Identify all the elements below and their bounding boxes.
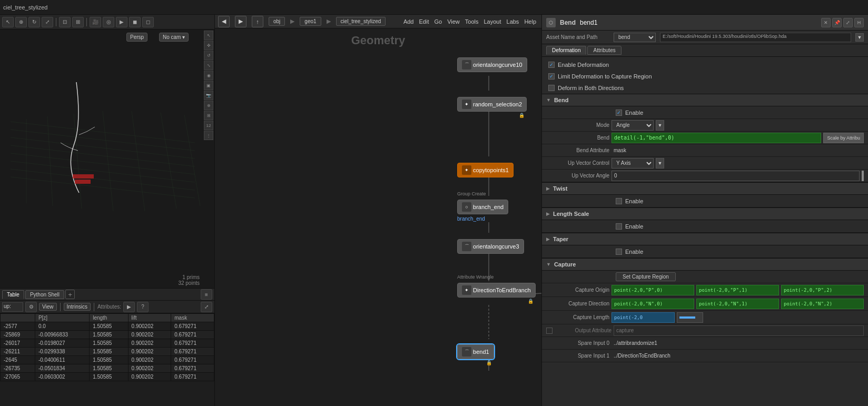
check-enable-deformation[interactable]: [548, 62, 555, 68]
cam-btn[interactable]: 🎥: [90, 17, 101, 27]
node-bend1[interactable]: ⌒ bend1 🔒: [457, 344, 494, 359]
table-filter-btn[interactable]: ⚙: [25, 302, 37, 312]
capture-length-value[interactable]: point(-2,0: [611, 312, 675, 323]
vrt-display[interactable]: ◉: [204, 71, 213, 80]
up-vector-arrow[interactable]: ▼: [656, 158, 664, 169]
set-capture-btn[interactable]: Set Capture Region: [616, 272, 676, 281]
expand-btn[interactable]: ⤢: [843, 18, 853, 27]
bc-geo1[interactable]: geo1: [300, 17, 321, 26]
vrt-12[interactable]: 12: [204, 121, 213, 130]
display-btn[interactable]: ◎: [103, 17, 114, 27]
scale-by-btn[interactable]: Scale by Attribu: [823, 133, 864, 143]
node-box-copytopoints1[interactable]: ✦ copytopoints1: [457, 163, 514, 177]
section-bend[interactable]: ▼ Bend: [542, 94, 868, 106]
h-btn[interactable]: H: [854, 18, 864, 27]
view-btn[interactable]: View: [39, 303, 57, 311]
vrt-more[interactable]: ⋮: [204, 131, 213, 140]
output-check[interactable]: [546, 328, 553, 334]
vrt-rotate[interactable]: ↺: [204, 51, 213, 60]
capture-origin-0[interactable]: point(-2,0,"P",0): [611, 285, 694, 295]
section-taper[interactable]: ▶ Taper: [542, 233, 868, 245]
node-orientalongcurve10[interactable]: ⌒ orientalongcurve10: [457, 57, 527, 72]
menu-item-labs[interactable]: Labs: [505, 17, 521, 26]
capture-direction-1[interactable]: point(-2,0,"N",1): [696, 299, 779, 309]
scale-tool-btn[interactable]: ⤢: [42, 17, 53, 27]
move-tool-btn[interactable]: ⊕: [15, 17, 27, 27]
select-tool-btn[interactable]: ↖: [2, 17, 14, 27]
forward-btn[interactable]: ▶: [235, 16, 246, 27]
asset-path-arrow[interactable]: ▼: [855, 33, 864, 42]
menu-item-add[interactable]: Add: [401, 17, 416, 26]
menu-item-edit[interactable]: Edit: [417, 17, 431, 26]
bc-tree[interactable]: ciel_tree_stylized: [336, 17, 386, 26]
capture-origin-1[interactable]: point(-2,0,"P",1): [696, 285, 779, 295]
node-box-orientalongcurve10[interactable]: ⌒ orientalongcurve10: [457, 57, 527, 72]
node-box-branch-end[interactable]: ○ branch_end: [457, 200, 508, 214]
attributes-help-btn[interactable]: ?: [137, 302, 149, 312]
intrinsics-btn[interactable]: Intrinsics: [64, 303, 91, 311]
attributes-filter-btn[interactable]: ▶: [123, 302, 135, 312]
close-btn[interactable]: ✕: [821, 18, 831, 27]
render-btn[interactable]: ▶: [116, 17, 127, 27]
shade-btn[interactable]: ◼: [129, 17, 141, 27]
up-btn[interactable]: ↑: [252, 16, 263, 27]
tab-deformation[interactable]: Deformation: [546, 46, 586, 55]
tab-table[interactable]: Table: [2, 290, 24, 299]
node-graph[interactable]: Geometry: [215, 28, 541, 406]
capture-direction-0[interactable]: point(-2,0,"N",0): [611, 299, 694, 309]
up-angle-slider-thumb[interactable]: [862, 171, 864, 181]
pin-btn[interactable]: 📌: [832, 18, 842, 27]
menu-item-tools[interactable]: Tools: [463, 17, 481, 26]
node-orientalongcurve3[interactable]: ⌒ orientalongcurve3: [457, 239, 524, 254]
bc-obj[interactable]: obj: [269, 17, 285, 26]
tab-python[interactable]: Python Shell: [25, 290, 64, 299]
vrt-snap[interactable]: ⊕: [204, 101, 213, 110]
capture-direction-2[interactable]: point(-2,0,"N",2): [781, 299, 864, 309]
bend-value[interactable]: detail(-1,"bend",0): [611, 133, 821, 143]
menu-item-help[interactable]: Help: [522, 17, 538, 26]
node-branch-end[interactable]: Group Create ○ branch_end branch_end: [457, 200, 508, 214]
up-vector-select[interactable]: Y Axis: [611, 158, 654, 169]
node-box-bend1[interactable]: ⌒ bend1: [457, 344, 494, 359]
vrt-cam[interactable]: 📷: [204, 91, 213, 100]
node-box-direction[interactable]: ✦ DirectionToEndBranch: [457, 283, 536, 298]
mode-select[interactable]: Angle: [611, 120, 654, 131]
twist-enable-check[interactable]: [616, 198, 622, 204]
viewport[interactable]: Persp No cam ▾: [0, 29, 214, 288]
menu-item-go[interactable]: Go: [432, 17, 444, 26]
panel-options-btn[interactable]: ≡: [201, 289, 212, 300]
menu-item-layout[interactable]: Layout: [481, 17, 503, 26]
vrt-scale[interactable]: ⤡: [204, 61, 213, 70]
menu-item-view[interactable]: View: [445, 17, 462, 26]
taper-enable-check[interactable]: [616, 249, 622, 255]
vrt-move[interactable]: ✜: [204, 41, 213, 50]
up-angle-input[interactable]: [611, 171, 860, 181]
node-box-orientalongcurve3[interactable]: ⌒ orientalongcurve3: [457, 239, 524, 254]
solid-btn[interactable]: ◻: [142, 17, 154, 27]
vrt-select[interactable]: ↖: [204, 31, 213, 40]
output-attr-input[interactable]: [614, 325, 864, 336]
tab-attributes[interactable]: Attributes: [587, 46, 621, 55]
mode-arrow[interactable]: ▼: [656, 120, 664, 131]
back-btn[interactable]: ◀: [218, 16, 230, 27]
vrt-grid[interactable]: ⊞: [204, 111, 213, 120]
snap-btn[interactable]: ⊡: [59, 17, 71, 27]
length-scale-enable-check[interactable]: [616, 223, 622, 230]
check-both-dirs[interactable]: [548, 85, 555, 91]
grid-btn[interactable]: ⊞: [72, 17, 84, 27]
node-copytopoints1[interactable]: ✦ copytopoints1: [457, 163, 514, 177]
rotate-tool-btn[interactable]: ↻: [28, 17, 40, 27]
bend-enable-check[interactable]: [616, 110, 622, 116]
asset-name-select[interactable]: bend: [614, 33, 656, 42]
check-limit[interactable]: [548, 73, 555, 80]
tab-add-btn[interactable]: +: [65, 290, 75, 299]
section-twist[interactable]: ▶ Twist: [542, 182, 868, 195]
node-direction-to-end-branch[interactable]: Attribute Wrangle ✦ DirectionToEndBranch…: [457, 283, 536, 298]
capture-origin-2[interactable]: point(-2,0,"P",2): [781, 285, 864, 295]
node-random-selection2[interactable]: ✦ random_selection2 🔒: [457, 97, 527, 112]
section-length-scale[interactable]: ▶ Length Scale: [542, 207, 868, 220]
table-scroll[interactable]: P[z] length lift mask -25770.01.505850.9…: [0, 313, 214, 398]
vrt-shade[interactable]: ▣: [204, 81, 213, 90]
table-expand-btn[interactable]: ⤢: [201, 302, 212, 312]
node-box-random-selection2[interactable]: ✦ random_selection2: [457, 97, 527, 112]
